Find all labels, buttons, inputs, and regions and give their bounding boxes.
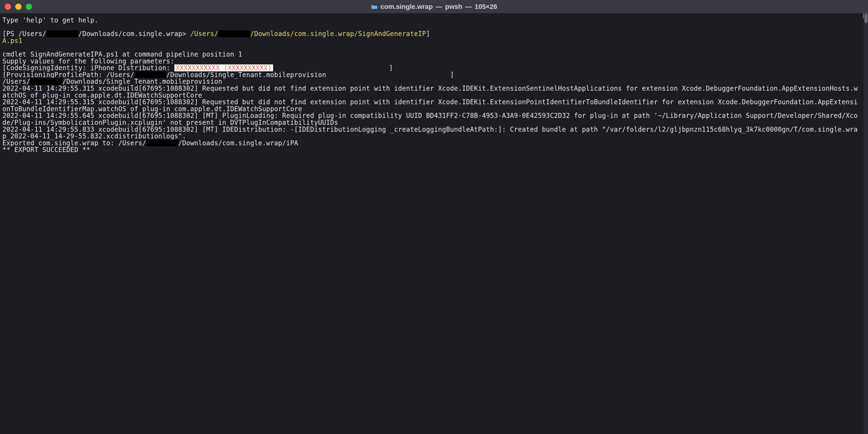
redacted-username <box>134 71 166 78</box>
close-icon[interactable] <box>5 4 11 10</box>
redacted-username <box>146 140 178 147</box>
prompt-close-bracket: ] <box>426 30 430 37</box>
command-prefix: /Users/ <box>190 30 218 37</box>
terminal-area: Type 'help' to get help. [PS /Users/ /Do… <box>0 13 868 434</box>
minimize-icon[interactable] <box>15 4 22 10</box>
command-path-1: /Downloads/com.single.wrap/SignAndGenera… <box>250 30 426 37</box>
xcodebuild-log-line: 2022-04-11 14:29:55.315 xcodebuild[67695… <box>2 98 858 113</box>
scrollbar-thumb[interactable] <box>864 13 868 23</box>
command-path-2: A.ps1 <box>2 37 23 44</box>
xcodebuild-log-line: 2022-04-11 14:29:55.315 xcodebuild[67695… <box>2 85 858 99</box>
echo-suffix: /Downloads/Single_Tenant.mobileprovision <box>62 78 222 85</box>
prompt-path: /Downloads/com.single.wrap> <box>78 30 190 37</box>
provisioning-profile-path: /Downloads/Single_Tenant.mobileprovision <box>166 71 326 79</box>
zoom-icon[interactable] <box>26 4 32 10</box>
title-sep-1: — <box>436 3 442 10</box>
xcodebuild-log-line: 2022-04-11 14:29:55.645 xcodebuild[67695… <box>2 112 858 126</box>
window-title: com.single.wrap — pwsh — 105×26 <box>371 3 497 10</box>
ppp-open-bracket: [ <box>2 71 6 79</box>
redacted-username <box>30 78 62 85</box>
title-folder: com.single.wrap <box>380 3 433 10</box>
scrollbar[interactable] <box>864 13 868 434</box>
terminal-window: com.single.wrap — pwsh — 105×26 Type 'he… <box>0 0 868 434</box>
folder-icon <box>371 4 378 9</box>
csi-open-bracket: [ <box>2 64 6 71</box>
csi-close-bracket: ] <box>389 64 393 71</box>
cmdlet-line: cmdlet SignAndGenerateIPA.ps1 at command… <box>2 50 242 58</box>
ppp-close-bracket: ] <box>450 71 454 79</box>
provisioning-profile-label: ProvisioningProfilePath: /Users/ <box>6 71 134 79</box>
echo-prefix: /Users/ <box>2 78 30 85</box>
exported-suffix: /Downloads/com.single.wrap/iPA <box>178 139 298 147</box>
supply-line: Supply values for the following paramete… <box>2 57 174 65</box>
title-process: pwsh <box>445 3 462 10</box>
redacted-signing-identity: XXXXXXXXXXX (XXXXXXXXXX) <box>174 64 273 71</box>
redacted-username <box>46 30 78 37</box>
window-controls <box>5 4 32 10</box>
prompt-open-bracket: [ <box>2 30 6 37</box>
prompt-ps: PS /Users/ <box>6 30 46 37</box>
help-line: Type 'help' to get help. <box>2 16 98 24</box>
title-sep-2: — <box>465 3 472 10</box>
xcodebuild-log-line: 2022-04-11 14:29:55.833 xcodebuild[67695… <box>2 125 858 140</box>
redacted-username <box>218 30 250 37</box>
code-signing-identity-label: CodeSigningIdentity: iPhone Distribution… <box>6 64 174 71</box>
exported-prefix: Exported com.single.wrap to: /Users/ <box>2 139 146 147</box>
title-dimensions: 105×26 <box>475 3 497 10</box>
titlebar[interactable]: com.single.wrap — pwsh — 105×26 <box>0 0 868 13</box>
export-succeeded: ** EXPORT SUCCEEDED ** <box>2 146 90 153</box>
terminal-output[interactable]: Type 'help' to get help. [PS /Users/ /Do… <box>0 13 864 434</box>
